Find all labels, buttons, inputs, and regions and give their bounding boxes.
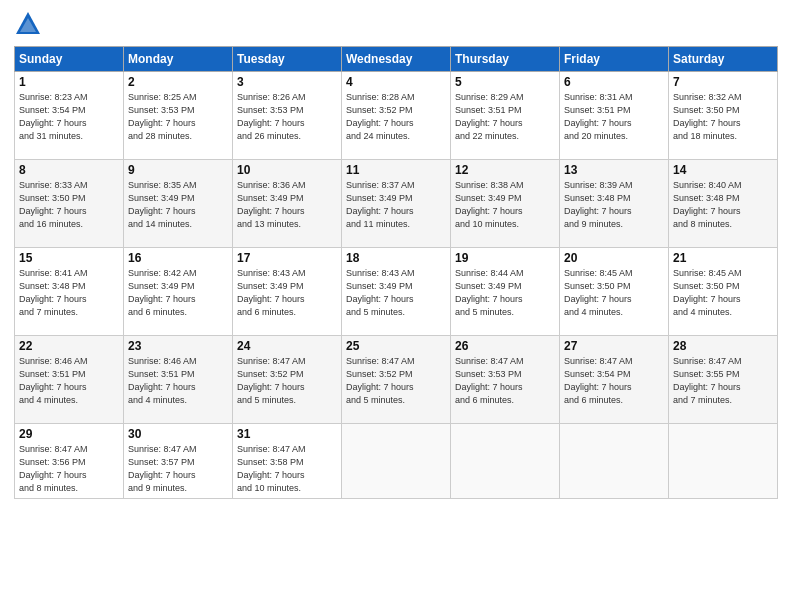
- day-number: 22: [19, 339, 119, 353]
- calendar-cell: 17 Sunrise: 8:43 AMSunset: 3:49 PMDaylig…: [233, 248, 342, 336]
- day-number: 5: [455, 75, 555, 89]
- day-number: 11: [346, 163, 446, 177]
- calendar-header-thursday: Thursday: [451, 47, 560, 72]
- day-info: Sunrise: 8:46 AMSunset: 3:51 PMDaylight:…: [128, 355, 228, 407]
- day-info: Sunrise: 8:40 AMSunset: 3:48 PMDaylight:…: [673, 179, 773, 231]
- day-number: 24: [237, 339, 337, 353]
- calendar-table: SundayMondayTuesdayWednesdayThursdayFrid…: [14, 46, 778, 499]
- calendar-cell: 4 Sunrise: 8:28 AMSunset: 3:52 PMDayligh…: [342, 72, 451, 160]
- calendar-cell: 30 Sunrise: 8:47 AMSunset: 3:57 PMDaylig…: [124, 424, 233, 499]
- calendar-cell: 10 Sunrise: 8:36 AMSunset: 3:49 PMDaylig…: [233, 160, 342, 248]
- day-info: Sunrise: 8:46 AMSunset: 3:51 PMDaylight:…: [19, 355, 119, 407]
- day-number: 8: [19, 163, 119, 177]
- day-number: 27: [564, 339, 664, 353]
- calendar-header-monday: Monday: [124, 47, 233, 72]
- calendar-cell: 5 Sunrise: 8:29 AMSunset: 3:51 PMDayligh…: [451, 72, 560, 160]
- day-info: Sunrise: 8:47 AMSunset: 3:57 PMDaylight:…: [128, 443, 228, 495]
- calendar-header-wednesday: Wednesday: [342, 47, 451, 72]
- calendar-week-5: 29 Sunrise: 8:47 AMSunset: 3:56 PMDaylig…: [15, 424, 778, 499]
- calendar-cell: 25 Sunrise: 8:47 AMSunset: 3:52 PMDaylig…: [342, 336, 451, 424]
- calendar-cell: 9 Sunrise: 8:35 AMSunset: 3:49 PMDayligh…: [124, 160, 233, 248]
- calendar-week-4: 22 Sunrise: 8:46 AMSunset: 3:51 PMDaylig…: [15, 336, 778, 424]
- calendar-cell: 22 Sunrise: 8:46 AMSunset: 3:51 PMDaylig…: [15, 336, 124, 424]
- day-info: Sunrise: 8:45 AMSunset: 3:50 PMDaylight:…: [673, 267, 773, 319]
- calendar-cell: [342, 424, 451, 499]
- day-info: Sunrise: 8:43 AMSunset: 3:49 PMDaylight:…: [346, 267, 446, 319]
- day-number: 18: [346, 251, 446, 265]
- calendar-cell: 28 Sunrise: 8:47 AMSunset: 3:55 PMDaylig…: [669, 336, 778, 424]
- day-info: Sunrise: 8:47 AMSunset: 3:53 PMDaylight:…: [455, 355, 555, 407]
- day-number: 2: [128, 75, 228, 89]
- calendar-cell: 27 Sunrise: 8:47 AMSunset: 3:54 PMDaylig…: [560, 336, 669, 424]
- calendar-cell: 23 Sunrise: 8:46 AMSunset: 3:51 PMDaylig…: [124, 336, 233, 424]
- calendar-cell: [560, 424, 669, 499]
- day-number: 29: [19, 427, 119, 441]
- calendar-cell: 19 Sunrise: 8:44 AMSunset: 3:49 PMDaylig…: [451, 248, 560, 336]
- calendar-cell: 18 Sunrise: 8:43 AMSunset: 3:49 PMDaylig…: [342, 248, 451, 336]
- day-info: Sunrise: 8:47 AMSunset: 3:52 PMDaylight:…: [346, 355, 446, 407]
- day-info: Sunrise: 8:25 AMSunset: 3:53 PMDaylight:…: [128, 91, 228, 143]
- day-number: 16: [128, 251, 228, 265]
- calendar-cell: 15 Sunrise: 8:41 AMSunset: 3:48 PMDaylig…: [15, 248, 124, 336]
- page: SundayMondayTuesdayWednesdayThursdayFrid…: [0, 0, 792, 612]
- day-info: Sunrise: 8:45 AMSunset: 3:50 PMDaylight:…: [564, 267, 664, 319]
- calendar-header-tuesday: Tuesday: [233, 47, 342, 72]
- calendar-cell: 3 Sunrise: 8:26 AMSunset: 3:53 PMDayligh…: [233, 72, 342, 160]
- day-info: Sunrise: 8:32 AMSunset: 3:50 PMDaylight:…: [673, 91, 773, 143]
- calendar-cell: 11 Sunrise: 8:37 AMSunset: 3:49 PMDaylig…: [342, 160, 451, 248]
- calendar-cell: 29 Sunrise: 8:47 AMSunset: 3:56 PMDaylig…: [15, 424, 124, 499]
- day-info: Sunrise: 8:28 AMSunset: 3:52 PMDaylight:…: [346, 91, 446, 143]
- day-number: 31: [237, 427, 337, 441]
- day-number: 23: [128, 339, 228, 353]
- calendar-cell: 8 Sunrise: 8:33 AMSunset: 3:50 PMDayligh…: [15, 160, 124, 248]
- calendar-cell: 6 Sunrise: 8:31 AMSunset: 3:51 PMDayligh…: [560, 72, 669, 160]
- logo-icon: [14, 10, 42, 38]
- day-info: Sunrise: 8:23 AMSunset: 3:54 PMDaylight:…: [19, 91, 119, 143]
- day-number: 17: [237, 251, 337, 265]
- day-info: Sunrise: 8:26 AMSunset: 3:53 PMDaylight:…: [237, 91, 337, 143]
- day-info: Sunrise: 8:38 AMSunset: 3:49 PMDaylight:…: [455, 179, 555, 231]
- day-number: 10: [237, 163, 337, 177]
- day-number: 12: [455, 163, 555, 177]
- day-info: Sunrise: 8:35 AMSunset: 3:49 PMDaylight:…: [128, 179, 228, 231]
- calendar-week-2: 8 Sunrise: 8:33 AMSunset: 3:50 PMDayligh…: [15, 160, 778, 248]
- day-number: 4: [346, 75, 446, 89]
- calendar-cell: 20 Sunrise: 8:45 AMSunset: 3:50 PMDaylig…: [560, 248, 669, 336]
- day-info: Sunrise: 8:33 AMSunset: 3:50 PMDaylight:…: [19, 179, 119, 231]
- calendar-cell: 7 Sunrise: 8:32 AMSunset: 3:50 PMDayligh…: [669, 72, 778, 160]
- calendar-cell: 12 Sunrise: 8:38 AMSunset: 3:49 PMDaylig…: [451, 160, 560, 248]
- day-number: 6: [564, 75, 664, 89]
- calendar-cell: [451, 424, 560, 499]
- day-info: Sunrise: 8:39 AMSunset: 3:48 PMDaylight:…: [564, 179, 664, 231]
- day-number: 20: [564, 251, 664, 265]
- logo: [14, 10, 46, 38]
- day-info: Sunrise: 8:37 AMSunset: 3:49 PMDaylight:…: [346, 179, 446, 231]
- day-info: Sunrise: 8:47 AMSunset: 3:56 PMDaylight:…: [19, 443, 119, 495]
- day-number: 28: [673, 339, 773, 353]
- calendar-cell: 16 Sunrise: 8:42 AMSunset: 3:49 PMDaylig…: [124, 248, 233, 336]
- header: [14, 10, 778, 38]
- day-number: 25: [346, 339, 446, 353]
- day-number: 3: [237, 75, 337, 89]
- calendar-week-1: 1 Sunrise: 8:23 AMSunset: 3:54 PMDayligh…: [15, 72, 778, 160]
- day-info: Sunrise: 8:47 AMSunset: 3:55 PMDaylight:…: [673, 355, 773, 407]
- day-number: 21: [673, 251, 773, 265]
- day-info: Sunrise: 8:47 AMSunset: 3:54 PMDaylight:…: [564, 355, 664, 407]
- day-info: Sunrise: 8:47 AMSunset: 3:52 PMDaylight:…: [237, 355, 337, 407]
- calendar-cell: 1 Sunrise: 8:23 AMSunset: 3:54 PMDayligh…: [15, 72, 124, 160]
- day-info: Sunrise: 8:42 AMSunset: 3:49 PMDaylight:…: [128, 267, 228, 319]
- calendar-cell: 24 Sunrise: 8:47 AMSunset: 3:52 PMDaylig…: [233, 336, 342, 424]
- day-number: 19: [455, 251, 555, 265]
- day-number: 26: [455, 339, 555, 353]
- day-number: 7: [673, 75, 773, 89]
- day-info: Sunrise: 8:36 AMSunset: 3:49 PMDaylight:…: [237, 179, 337, 231]
- calendar-cell: 2 Sunrise: 8:25 AMSunset: 3:53 PMDayligh…: [124, 72, 233, 160]
- calendar-cell: 13 Sunrise: 8:39 AMSunset: 3:48 PMDaylig…: [560, 160, 669, 248]
- day-info: Sunrise: 8:29 AMSunset: 3:51 PMDaylight:…: [455, 91, 555, 143]
- day-info: Sunrise: 8:47 AMSunset: 3:58 PMDaylight:…: [237, 443, 337, 495]
- calendar-header-friday: Friday: [560, 47, 669, 72]
- calendar-cell: 21 Sunrise: 8:45 AMSunset: 3:50 PMDaylig…: [669, 248, 778, 336]
- day-number: 1: [19, 75, 119, 89]
- calendar-cell: 31 Sunrise: 8:47 AMSunset: 3:58 PMDaylig…: [233, 424, 342, 499]
- day-number: 15: [19, 251, 119, 265]
